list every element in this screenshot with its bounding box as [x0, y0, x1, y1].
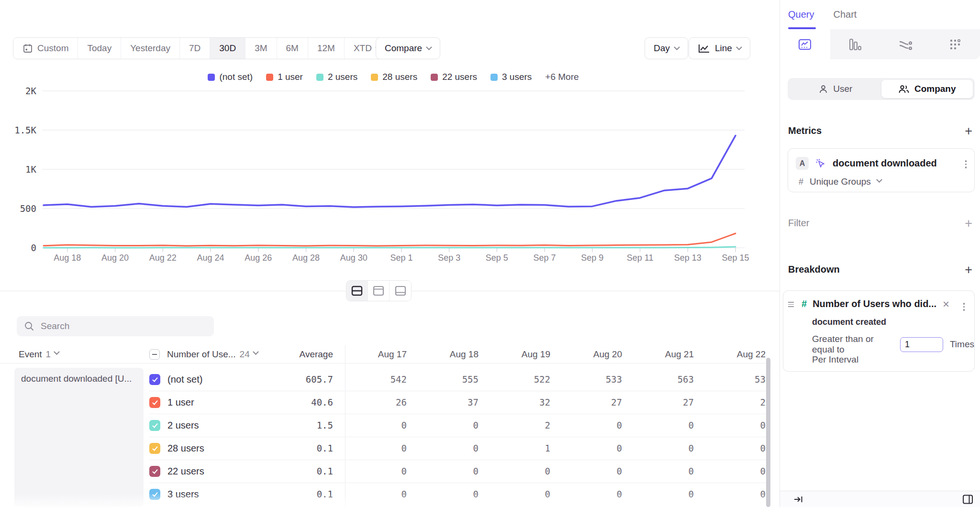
table-header: Event1 Number of Use...24 Average Aug 17…: [0, 345, 780, 363]
svg-text:Aug 28: Aug 28: [292, 253, 320, 263]
cell-value: 542: [335, 368, 407, 391]
select-all-checkbox[interactable]: [149, 349, 160, 360]
legend-item[interactable]: 28 users: [371, 72, 417, 82]
layout-split-button[interactable]: [346, 281, 368, 301]
condition-label: Greater than or equal to: [812, 334, 893, 355]
metric-aggregation-row[interactable]: # Unique Groups: [799, 176, 881, 187]
drag-handle-icon[interactable]: [788, 302, 794, 307]
cell-value: 522: [479, 368, 550, 391]
event-column-header[interactable]: Event1: [19, 345, 59, 363]
group-user-option[interactable]: User: [790, 80, 881, 98]
legend-item[interactable]: 2 users: [316, 72, 357, 82]
range-3m-button[interactable]: 3M: [245, 38, 277, 59]
range-today-button[interactable]: Today: [78, 38, 121, 59]
svg-text:Sep 15: Sep 15: [722, 253, 749, 263]
legend-swatch: [371, 74, 378, 81]
series-checkbox[interactable]: [149, 397, 160, 408]
metric-card[interactable]: A document downloaded # Unique Groups: [788, 148, 975, 192]
legend-item[interactable]: 22 users: [431, 72, 477, 82]
chart-type-line-button[interactable]: [780, 29, 830, 59]
range-7d-button[interactable]: 7D: [180, 38, 210, 59]
date-column-header: Aug 20: [550, 345, 622, 363]
legend-swatch: [490, 74, 498, 81]
chart-legend: (not set) 1 user 2 users 28 users 22 use…: [42, 72, 745, 82]
svg-text:500: 500: [20, 203, 36, 214]
tab-chart[interactable]: Chart: [833, 9, 857, 20]
range-6m-button[interactable]: 6M: [277, 38, 308, 59]
chevron-down-icon: [674, 44, 680, 50]
cell-value: 0: [479, 483, 550, 506]
series-label: 1 user: [167, 391, 194, 414]
breakdown-title: Number of Users who did...: [813, 298, 936, 309]
add-metric-button[interactable]: +: [965, 126, 972, 136]
chart-type-dropdown[interactable]: Line: [689, 37, 750, 59]
metric-kebab-menu[interactable]: [963, 158, 969, 170]
add-filter-button[interactable]: +: [965, 219, 972, 228]
range-12m-button[interactable]: 12M: [308, 38, 345, 59]
date-column-header: Aug 17: [335, 345, 407, 363]
average-value: 0.1: [317, 460, 333, 483]
legend-more-button[interactable]: +6 More: [545, 72, 579, 82]
tab-query[interactable]: Query: [788, 9, 814, 20]
range-label: Custom: [37, 43, 68, 54]
cell-value: 26: [335, 391, 407, 414]
group-company-option[interactable]: Company: [881, 80, 973, 98]
svg-text:Aug 18: Aug 18: [54, 253, 81, 263]
series-checkbox[interactable]: [149, 443, 160, 454]
add-breakdown-button[interactable]: +: [965, 265, 972, 275]
chart-type-bar-button[interactable]: [830, 29, 880, 59]
cell-value: 32: [479, 391, 550, 414]
filter-section-header: Filter +: [788, 218, 972, 229]
search-input[interactable]: [41, 321, 199, 331]
layout-top-button[interactable]: [368, 281, 390, 301]
series-checkbox[interactable]: [149, 466, 160, 477]
cell-value: 0: [407, 460, 479, 483]
legend-item[interactable]: 1 user: [266, 72, 303, 82]
svg-text:Sep 9: Sep 9: [581, 253, 603, 263]
legend-swatch: [316, 74, 323, 81]
series-label: 2 users: [167, 414, 199, 437]
side-panel-icon[interactable]: [962, 494, 974, 505]
chevron-down-icon: [54, 349, 60, 355]
interval-dropdown[interactable]: Day: [645, 37, 688, 59]
series-checkbox[interactable]: [149, 420, 160, 431]
layout-bottom-button[interactable]: [390, 281, 411, 301]
compare-button[interactable]: Compare: [376, 37, 440, 59]
range-yesterday-button[interactable]: Yesterday: [121, 38, 180, 59]
main-area: Custom Today Yesterday 7D 30D 3M 6M 12M …: [0, 0, 780, 507]
series-checkbox[interactable]: [149, 489, 160, 500]
legend-item[interactable]: 3 users: [490, 72, 532, 82]
cell-value: 2: [694, 391, 766, 414]
svg-text:Aug 24: Aug 24: [197, 253, 224, 263]
cell-value: 0: [550, 483, 622, 506]
collapse-panel-icon[interactable]: [793, 495, 804, 504]
svg-text:2K: 2K: [25, 86, 36, 96]
average-value: 1.5: [317, 414, 333, 437]
range-custom-button[interactable]: Custom: [13, 38, 78, 59]
svg-text:Sep 1: Sep 1: [390, 253, 412, 263]
times-value-input[interactable]: [900, 337, 943, 352]
chart-type-flow-button[interactable]: [880, 29, 931, 59]
breakdown-kebab-menu[interactable]: [961, 301, 967, 313]
cell-value: 37: [407, 391, 479, 414]
legend-item[interactable]: (not set): [208, 72, 253, 82]
chart-type-scatter-button[interactable]: [930, 29, 980, 59]
series-column-header[interactable]: Number of Use...24: [167, 345, 258, 363]
date-range-group: Custom Today Yesterday 7D 30D 3M 6M 12M …: [13, 37, 390, 59]
close-icon[interactable]: ×: [943, 299, 949, 309]
svg-text:Sep 11: Sep 11: [627, 253, 654, 263]
cell-value: 533: [550, 368, 622, 391]
table-body: (not set)605.7542555522533563531 user40.…: [0, 368, 780, 506]
average-value: 0.1: [317, 483, 333, 506]
range-30d-button[interactable]: 30D: [210, 38, 245, 59]
breakdown-condition-row: Greater than or equal to Times: [812, 334, 974, 355]
chevron-down-icon: [876, 176, 882, 183]
per-interval-label[interactable]: Per Interval: [812, 354, 858, 365]
user-icon: [818, 84, 828, 94]
cell-value: 27: [550, 391, 622, 414]
breakdown-event-name: document created: [812, 317, 886, 327]
table-scrollbar[interactable]: [766, 358, 770, 507]
search-box: [17, 316, 214, 336]
table-header-rule: [0, 363, 771, 364]
series-checkbox[interactable]: [149, 374, 160, 385]
